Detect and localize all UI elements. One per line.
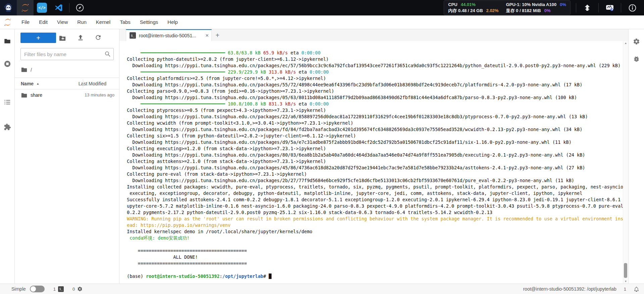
scroll-down-arrow[interactable]: ▼: [623, 279, 628, 284]
file-modified: 13 minutes ago: [85, 92, 114, 97]
terminal-line: ALL DONE!: [127, 254, 623, 260]
info-icon[interactable]: [623, 0, 641, 15]
simple-mode-toggle[interactable]: [30, 286, 45, 292]
code-badge: </>: [37, 3, 47, 13]
filter-files-wrap: [20, 48, 114, 60]
terminals-status[interactable]: 1 $_: [53, 286, 64, 292]
jupyter-app-icon[interactable]: [17, 0, 34, 15]
bug-icon: [633, 55, 640, 62]
file-row-share[interactable]: share 13 minutes ago: [15, 89, 119, 100]
scrollbar-thumb[interactable]: [624, 263, 627, 278]
gpu-label: GPU-1: 10% Nvidia A100: [506, 2, 557, 8]
intern-mascot-icon[interactable]: [0, 0, 17, 15]
mascot-glyph: [3, 3, 13, 13]
monitor-toggle-glyph: [605, 3, 614, 12]
code-server-icon[interactable]: </>: [34, 0, 50, 15]
terminal-output[interactable]: ━━━━━━━━━━━━━━━━━━━━━━━━━━━━━━━ 63.8/63.…: [119, 41, 623, 284]
terminal-line: Collecting pure-eval (from stack-data->i…: [127, 171, 623, 177]
scroll-up-arrow[interactable]: ▲: [623, 41, 628, 46]
top-app-bar: </> CPU 44.01% 内存 0.48 / 24 GB 2.02% GPU…: [0, 0, 644, 15]
new-folder-icon[interactable]: [59, 35, 66, 41]
column-header-name[interactable]: Name: [21, 81, 34, 86]
refresh-icon[interactable]: [95, 34, 102, 41]
terminal-line: Collecting platformdirs>=2.5 (from jupyt…: [127, 75, 623, 82]
property-inspector-tab-icon[interactable]: [629, 33, 644, 50]
kernel-count: 0: [72, 287, 75, 292]
menu-file[interactable]: File: [17, 15, 34, 29]
notification-count: 1: [624, 287, 626, 292]
menu-help[interactable]: Help: [163, 15, 183, 29]
cpu-label: CPU: [448, 2, 457, 8]
menu-bar: File Edit View Run Kernel Tabs Settings …: [0, 15, 644, 29]
right-sidebar: [628, 29, 644, 284]
breadcrumb-root[interactable]: /: [31, 67, 32, 73]
vscode-glyph: [54, 3, 63, 12]
new-tab-button[interactable]: +: [212, 30, 223, 41]
terminal-line: executing, exceptiongroup, decorator, de…: [127, 190, 623, 197]
terminal-line: Downloading https://pypi.tuna.tsinghua.e…: [127, 177, 623, 184]
debugger-tab-icon[interactable]: [629, 50, 644, 68]
terminal-tab[interactable]: $_ root@intern-studio-50051... ×: [126, 29, 212, 41]
mem-value: 2.02%: [486, 8, 499, 14]
topbar-divider: [69, 3, 69, 12]
terminal-scrollbar: ▲ ▼: [623, 41, 628, 284]
terminal-line: ead: https://pip.pypa.io/warnings/venv: [127, 222, 623, 228]
terminal-line: Installing collected packages: wcwidth, …: [127, 184, 623, 190]
new-launcher-button[interactable]: +: [20, 33, 56, 43]
file-browser-toolbar: +: [15, 29, 119, 47]
compass-icon[interactable]: [71, 0, 88, 15]
terminal-line: Collecting parso<0.9.0,>=0.8.3 (from jed…: [127, 88, 623, 94]
terminal-line: ━━━━━━━━━━━━━━━━━━━━━━━━━━━━━━━ 100.8/10…: [127, 101, 623, 107]
vscode-icon[interactable]: [50, 0, 67, 15]
menu-view[interactable]: View: [52, 15, 72, 29]
terminal-line: Downloading https://pypi.tuna.tsinghua.e…: [127, 62, 623, 69]
kernel-gear-icon: [77, 286, 83, 292]
bell-icon[interactable]: [634, 286, 639, 292]
terminal-line: Collecting ptyprocess>=0.5 (from pexpect…: [127, 107, 623, 114]
close-tab-icon[interactable]: ×: [205, 33, 209, 38]
terminal-line: ━━━━━━━━━━━━━━━━━━━━━━━━━━━━━━━ 63.8/63.…: [127, 50, 623, 56]
upload-icon[interactable]: [77, 34, 84, 41]
terminal-line: Downloading https://pypi.tuna.tsinghua.e…: [127, 82, 623, 88]
running-kernels-tab-icon[interactable]: [0, 56, 14, 72]
upload-arrow-icon[interactable]: [578, 0, 596, 15]
vram-value: 0%: [544, 8, 551, 14]
jupyter-logo-glyph: [20, 3, 30, 12]
terminal-icon: $_: [130, 32, 136, 39]
vram-label: 显存 0 / 8182 MiB: [506, 8, 541, 14]
terminal-line: WARNING: Running pip as the 'root' user …: [127, 216, 623, 222]
jupyter-logo-icon: [3, 18, 12, 27]
terminal-line: Downloading https://pypi.tuna.tsinghua.e…: [127, 165, 623, 171]
compass-glyph: [76, 3, 84, 12]
menu-edit[interactable]: Edit: [34, 15, 52, 29]
gpu-vram-stats: GPU-1: 10% Nvidia A100 0% 显存 0 / 8182 Mi…: [506, 2, 566, 14]
folder-icon: [21, 92, 28, 98]
terminal-line: Collecting python-dateutil>=2.8.2 (from …: [127, 56, 623, 62]
sort-ascending-icon[interactable]: ▲: [36, 82, 39, 85]
mem-label: 内存 0.48 / 24 GB: [448, 8, 483, 14]
terminal-line: Collecting executing>=1.2.0 (from stack-…: [127, 145, 623, 152]
extensions-tab-icon[interactable]: [0, 119, 14, 135]
terminal-line: Downloading https://pypi.tuna.tsinghua.e…: [127, 94, 623, 101]
home-folder-icon[interactable]: [21, 67, 28, 73]
terminal-line: Collecting wcwidth (from prompt-toolkit<…: [127, 120, 623, 126]
file-browser-tab-icon[interactable]: [0, 33, 14, 49]
menu-tabs[interactable]: Tabs: [115, 15, 135, 29]
folder-icon: [4, 37, 11, 45]
terminal-line: Collecting six>=1.5 (from python-dateuti…: [127, 133, 623, 139]
table-of-contents-tab-icon[interactable]: [0, 94, 14, 110]
filter-files-input[interactable]: [20, 48, 114, 60]
menu-kernel[interactable]: Kernel: [91, 15, 115, 29]
stop-circle-icon: [4, 60, 11, 68]
kernels-status[interactable]: 0: [72, 286, 83, 292]
topbar-divider: [598, 3, 599, 12]
terminal-cwd-status[interactable]: root@intern-studio-50051392: /opt/jupyte…: [523, 286, 616, 292]
menu-settings[interactable]: Settings: [135, 15, 163, 29]
gear-icon: [633, 38, 640, 45]
monitor-toggle-icon[interactable]: [601, 0, 619, 15]
status-bar-left: Simple 1 $_ 0: [11, 286, 83, 292]
menu-run[interactable]: Run: [72, 15, 91, 29]
left-activity-bar: [0, 29, 15, 284]
main-dock-panel: $_ root@intern-studio-50051... × + ━━━━━…: [119, 29, 628, 284]
terminal-line: ━━━━━━━━━━━━━━━━━━━━━━━━━━━━━━━ 229.9/22…: [127, 69, 623, 75]
